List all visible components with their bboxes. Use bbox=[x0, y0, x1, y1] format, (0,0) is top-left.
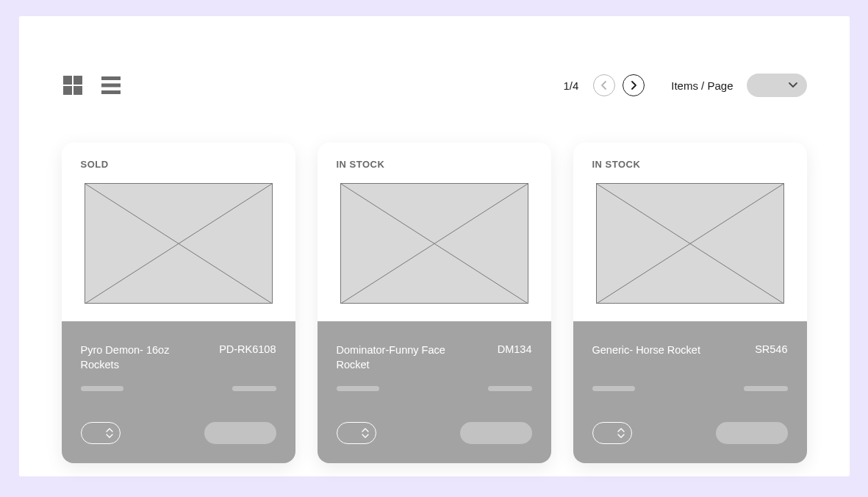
svg-rect-6 bbox=[101, 90, 121, 94]
page-indicator: 1/4 bbox=[563, 79, 578, 92]
product-card: IN STOCK Generic- Horse Rocket SR546 bbox=[573, 143, 807, 463]
quantity-stepper[interactable] bbox=[81, 422, 121, 444]
items-per-page-dropdown[interactable] bbox=[747, 74, 807, 97]
card-bottom: Generic- Horse Rocket SR546 bbox=[573, 321, 807, 463]
card-top: SOLD bbox=[62, 143, 295, 321]
pager bbox=[593, 74, 645, 96]
card-top: IN STOCK bbox=[318, 143, 551, 321]
stepper-icon bbox=[361, 427, 370, 439]
svg-rect-5 bbox=[101, 84, 121, 87]
action-button[interactable] bbox=[716, 422, 788, 444]
product-card: SOLD Pyro Demon- 16oz Rockets PD-RK6108 bbox=[62, 143, 295, 463]
product-name: Generic- Horse Rocket bbox=[592, 343, 700, 376]
title-row: Pyro Demon- 16oz Rockets PD-RK6108 bbox=[81, 343, 276, 376]
meta-placeholder bbox=[592, 386, 635, 391]
product-image-placeholder bbox=[85, 183, 273, 304]
chevron-left-icon bbox=[600, 81, 608, 90]
card-top: IN STOCK bbox=[573, 143, 807, 321]
toolbar-right: 1/4 Items / Page bbox=[563, 74, 806, 97]
list-view-button[interactable] bbox=[100, 74, 122, 96]
action-row bbox=[81, 422, 276, 444]
stepper-icon bbox=[617, 427, 625, 439]
meta-placeholder bbox=[744, 386, 788, 391]
meta-row bbox=[337, 386, 532, 391]
list-icon bbox=[100, 74, 122, 96]
product-card: IN STOCK Dominator-Funny Face Rocket DM1… bbox=[318, 143, 551, 463]
card-bottom: Pyro Demon- 16oz Rockets PD-RK6108 bbox=[62, 321, 295, 463]
action-button[interactable] bbox=[204, 422, 276, 444]
action-row bbox=[592, 422, 788, 444]
meta-placeholder bbox=[488, 386, 532, 391]
product-image-placeholder bbox=[596, 183, 784, 304]
meta-placeholder bbox=[337, 386, 379, 391]
grid-icon bbox=[62, 74, 84, 96]
svg-rect-0 bbox=[63, 76, 72, 85]
product-name: Dominator-Funny Face Rocket bbox=[337, 343, 454, 376]
chevron-down-icon bbox=[788, 82, 798, 89]
meta-row bbox=[592, 386, 788, 391]
product-image-placeholder bbox=[340, 183, 528, 304]
product-name: Pyro Demon- 16oz Rockets bbox=[81, 343, 198, 376]
svg-rect-4 bbox=[101, 76, 121, 80]
status-badge: SOLD bbox=[81, 159, 276, 170]
action-row bbox=[337, 422, 532, 444]
meta-row bbox=[81, 386, 276, 391]
page-container: 1/4 Items / Page bbox=[19, 16, 850, 476]
product-grid: SOLD Pyro Demon- 16oz Rockets PD-RK6108 bbox=[62, 143, 807, 463]
prev-page-button[interactable] bbox=[593, 74, 615, 96]
meta-placeholder bbox=[232, 386, 276, 391]
title-row: Generic- Horse Rocket SR546 bbox=[592, 343, 788, 376]
toolbar: 1/4 Items / Page bbox=[62, 74, 807, 97]
grid-view-button[interactable] bbox=[62, 74, 84, 96]
meta-placeholder bbox=[81, 386, 123, 391]
status-badge: IN STOCK bbox=[592, 159, 788, 170]
product-sku: PD-RK6108 bbox=[219, 343, 276, 376]
next-page-button[interactable] bbox=[623, 74, 645, 96]
product-sku: SR546 bbox=[755, 343, 787, 376]
quantity-stepper[interactable] bbox=[592, 422, 632, 444]
status-badge: IN STOCK bbox=[337, 159, 532, 170]
view-toggle-group bbox=[62, 74, 122, 96]
title-row: Dominator-Funny Face Rocket DM134 bbox=[337, 343, 532, 376]
items-per-page-label: Items / Page bbox=[671, 79, 733, 92]
stepper-icon bbox=[105, 427, 114, 439]
svg-rect-1 bbox=[73, 76, 82, 85]
quantity-stepper[interactable] bbox=[337, 422, 376, 444]
product-sku: DM134 bbox=[498, 343, 532, 376]
card-bottom: Dominator-Funny Face Rocket DM134 bbox=[318, 321, 551, 463]
action-button[interactable] bbox=[460, 422, 532, 444]
svg-rect-3 bbox=[73, 86, 82, 95]
chevron-right-icon bbox=[630, 81, 637, 90]
svg-rect-2 bbox=[63, 86, 72, 95]
